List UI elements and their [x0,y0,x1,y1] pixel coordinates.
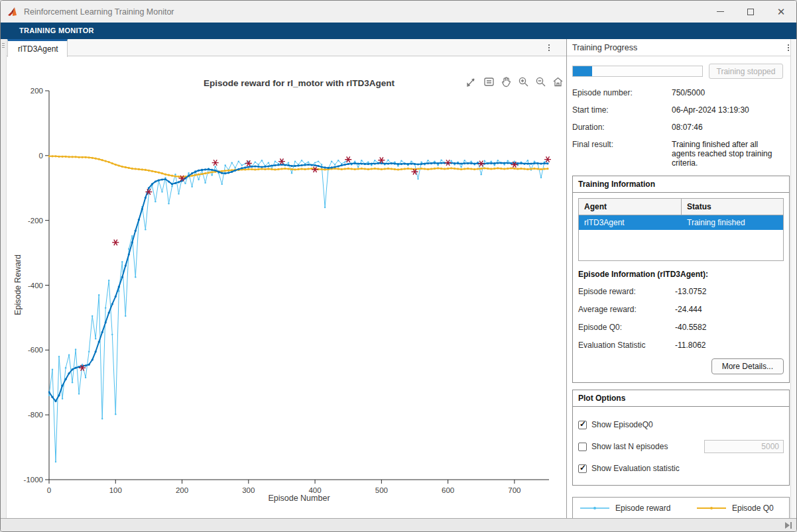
field-start-time: Start time:06-Apr-2024 13:19:30 [572,105,783,115]
training-progress-panel: Training Progress Training stopped Episo… [567,39,797,518]
pan-icon [500,76,513,88]
axes-toolbar [465,75,565,89]
maximize-icon [747,9,754,15]
svg-text:100: 100 [109,486,122,494]
training-information-panel: Training Information Agent Status rlTD3A… [572,176,790,383]
maximize-button[interactable] [735,1,766,23]
stat-average-reward: Average reward:-24.444 [578,305,784,314]
export-button[interactable] [465,75,479,89]
window-title: Reinforcement Learning Training Monitor [24,7,174,17]
app-window: Reinforcement Learning Training Monitor … [0,0,797,532]
toolstrip: TRAINING MONITOR [1,23,796,39]
scrollbar-gutter[interactable] [790,39,797,518]
legend-episode-q0: Episode Q0 [696,504,797,513]
collapse-right-icon[interactable] [784,521,793,530]
field-duration: Duration:08:07:46 [572,123,783,132]
y-axis-label: Episode Reward [13,254,23,315]
line-dot-marker [696,505,727,511]
restore-view-button[interactable] [551,75,565,89]
show-evaluation-statistic-checkbox[interactable] [578,464,587,473]
show-evaluation-statistic-option[interactable]: Show Evaluation statistic [578,464,784,473]
svg-text:-800: -800 [28,411,43,419]
stat-episode-q0: Episode Q0:-40.5582 [578,323,784,332]
toolstrip-tab-training-monitor[interactable]: TRAINING MONITOR [1,23,94,34]
svg-text:200: 200 [31,87,43,95]
chart-legend: Episode reward Episode Q0 Average reward… [572,497,790,518]
datatip-icon [483,76,495,88]
training-progress-bar [572,66,703,77]
field-final-result: Final result:Training finished after all… [572,140,783,168]
plot-options-title: Plot Options [573,390,789,407]
svg-text:400: 400 [308,486,321,494]
minimize-button[interactable] [705,1,735,23]
reward-chart: Episode reward for rl_motor with rlTD3Ag… [7,57,566,518]
show-last-n-episodes-option[interactable]: Show last N episodes 5000 [578,440,784,453]
n-episodes-input[interactable]: 5000 [704,440,784,453]
home-icon [552,76,564,88]
training-information-title: Training Information [573,176,789,193]
stat-evaluation-statistic: Evaluation Statistic-11.8062 [578,341,784,350]
svg-text:600: 600 [442,486,454,494]
progress-fill [573,66,592,76]
svg-text:300: 300 [242,486,255,494]
show-last-n-episodes-checkbox[interactable] [578,443,587,451]
panel-title: Training Progress [572,43,637,52]
svg-text:200: 200 [176,486,188,494]
document-tab-bar [1,39,566,56]
zoom-out-button[interactable] [534,75,548,89]
line-dot-marker [580,505,610,511]
tab-options-button[interactable] [544,42,554,54]
zoom-in-icon [517,76,530,88]
status-bar [1,518,797,532]
tab-rltd3agent[interactable]: rlTD3Agent [7,39,68,57]
datatip-button[interactable] [482,75,496,89]
tab-label: rlTD3Agent [18,44,58,54]
zoom-out-icon [534,76,547,88]
svg-text:-400: -400 [28,282,43,290]
title-bar: Reinforcement Learning Training Monitor … [1,1,796,23]
legend-episode-reward: Episode reward [580,504,696,513]
table-header: Agent Status [579,199,783,215]
svg-text:-600: -600 [28,346,43,354]
agent-status-table: Agent Status rlTD3Agent Training finishe… [578,198,784,261]
reward-chart-panel: Episode reward for rl_motor with rlTD3Ag… [7,57,566,518]
zoom-in-button[interactable] [517,75,530,89]
export-icon [465,76,478,88]
close-icon: ✕ [777,7,786,17]
svg-text:-200: -200 [28,217,43,225]
episode-information-title: Episode Information (rlTD3Agent): [578,270,784,279]
x-axis-label: Episode Number [268,494,330,503]
svg-text:-1000: -1000 [24,476,43,484]
table-row[interactable]: rlTD3Agent Training finished [579,215,783,230]
svg-text:0: 0 [47,486,51,494]
field-episode-number: Episode number:750/5000 [572,88,783,97]
close-button[interactable]: ✕ [766,1,796,23]
svg-text:500: 500 [375,486,388,494]
chart-title: Episode reward for rl_motor with rlTD3Ag… [204,78,395,88]
table-empty-area [579,230,783,260]
svg-text:700: 700 [508,486,521,494]
training-stopped-button[interactable]: Training stopped [709,64,783,79]
stat-episode-reward: Episode reward:-13.0752 [578,287,784,296]
show-episodeq0-option[interactable]: Show EpisodeQ0 [578,420,784,429]
more-details-button[interactable]: More Details... [711,358,784,374]
grip-icon [2,42,5,49]
panel-grip[interactable] [1,39,7,518]
svg-text:0: 0 [39,152,43,160]
show-episodeq0-checkbox[interactable] [578,421,587,429]
plot-options-panel: Plot Options Show EpisodeQ0 Show last N … [572,390,790,486]
matlab-logo-icon [7,7,19,17]
pan-button[interactable] [499,75,513,89]
minimize-icon [717,11,724,12]
